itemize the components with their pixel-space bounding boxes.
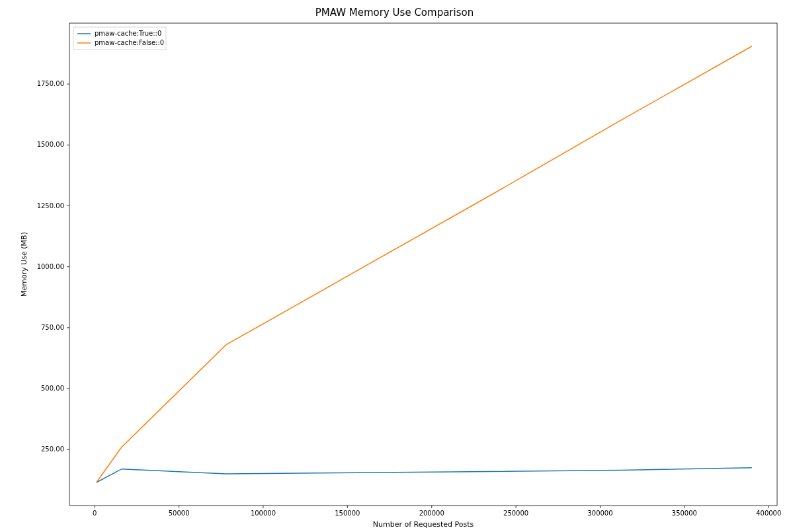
y-tick-label: 750.00 — [41, 324, 64, 331]
x-tick-label: 50000 — [169, 510, 190, 517]
x-tick-label: 350000 — [672, 510, 697, 517]
x-tick-label: 150000 — [335, 510, 360, 517]
legend-label-1: pmaw-cache:False::0 — [95, 39, 164, 46]
y-axis-label: Memory Use (MB) — [20, 232, 28, 297]
y-tick-label: 1250.00 — [37, 202, 64, 209]
chart-svg: 0500001000001500002000002500003000003500… — [0, 0, 789, 532]
y-tick-label: 1750.00 — [37, 80, 64, 87]
x-tick-label: 250000 — [503, 510, 528, 517]
y-tick-label: 500.00 — [41, 385, 64, 392]
y-tick-label: 1500.00 — [37, 141, 64, 148]
x-tick-label: 100000 — [251, 510, 276, 517]
series-line-1 — [97, 46, 752, 482]
legend-label-0: pmaw-cache:True::0 — [95, 30, 161, 37]
y-axis: 250.00500.00750.001000.001250.001500.001… — [37, 80, 69, 453]
chart-container: PMAW Memory Use Comparison 0500001000001… — [0, 0, 789, 532]
x-axis: 0500001000001500002000002500003000003500… — [93, 506, 781, 517]
x-tick-label: 400000 — [756, 510, 781, 517]
x-axis-label: Number of Requested Posts — [373, 520, 474, 529]
x-tick-label: 200000 — [419, 510, 444, 517]
plot-area — [69, 23, 777, 506]
x-tick-label: 300000 — [587, 510, 612, 517]
legend: pmaw-cache:True::0pmaw-cache:False::0 — [73, 27, 166, 50]
y-tick-label: 250.00 — [41, 445, 64, 453]
x-tick-label: 0 — [93, 510, 97, 517]
y-tick-label: 1000.00 — [37, 263, 64, 270]
series-line-0 — [97, 468, 752, 482]
